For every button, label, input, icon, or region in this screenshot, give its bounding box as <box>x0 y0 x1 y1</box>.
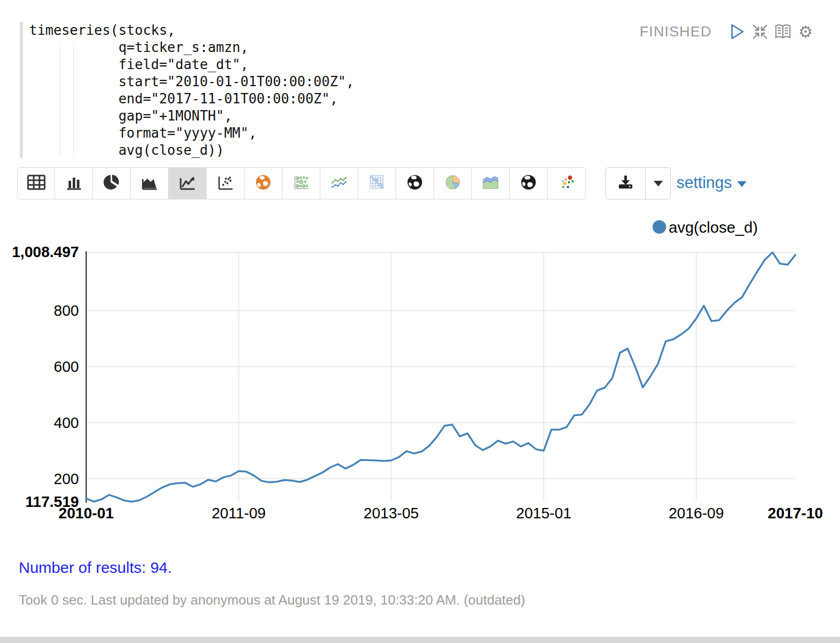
code-editor[interactable]: timeseries(stocks, q=ticker_s:amzn, fiel… <box>29 22 354 159</box>
svg-text:2011-09: 2011-09 <box>212 505 266 521</box>
chevron-down-icon <box>654 181 663 186</box>
heatmap-icon <box>369 174 385 193</box>
area-pastel-icon <box>482 174 499 193</box>
settings-label: settings <box>676 173 732 192</box>
colored-scatter-icon <box>558 174 575 193</box>
chart-type-bubble-button[interactable] <box>282 167 320 199</box>
chart-type-toolbar <box>17 167 586 199</box>
scatter-icon <box>216 174 234 193</box>
svg-text:2013-05: 2013-05 <box>363 505 418 521</box>
bar-icon <box>65 174 83 193</box>
svg-text:2010-01: 2010-01 <box>59 505 114 521</box>
chart-type-bar-button[interactable] <box>55 167 93 199</box>
settings-toggle[interactable]: settings <box>676 173 747 192</box>
chevron-down-icon <box>737 181 747 187</box>
area-icon <box>141 174 158 193</box>
page-bottom-divider <box>0 637 840 643</box>
globe-orange-icon <box>255 174 272 193</box>
svg-text:2017-10: 2017-10 <box>768 505 823 521</box>
chart-type-heatmap-button[interactable] <box>358 167 396 199</box>
chart-type-scatter-button[interactable] <box>207 167 245 199</box>
chart-type-multiline-button[interactable] <box>320 167 358 199</box>
chart-type-globe-dark-2-button[interactable] <box>510 167 548 199</box>
paragraph-controls: FINISHED ⚙ <box>640 23 815 41</box>
chart-type-pie-pastel-button[interactable] <box>434 167 472 199</box>
chart-type-colored-scatter-button[interactable] <box>548 167 586 199</box>
multiline-icon <box>330 174 348 193</box>
status-badge: FINISHED <box>640 23 712 40</box>
results-count-text: Number of results: 94. <box>19 559 172 577</box>
line-icon <box>179 174 196 193</box>
play-icon[interactable] <box>728 23 746 41</box>
chart-type-area-button[interactable] <box>131 167 169 199</box>
gear-icon[interactable]: ⚙ <box>797 23 815 41</box>
chart-type-globe-dark-1-button[interactable] <box>396 167 434 199</box>
download-button[interactable] <box>605 167 646 199</box>
svg-text:2015-01: 2015-01 <box>516 505 571 521</box>
legend-item[interactable]: avg(close_d) <box>653 219 758 236</box>
editor-gutter-bar <box>20 22 23 158</box>
chart-type-globe-orange-button[interactable] <box>245 167 282 199</box>
paragraph-status-text: Took 0 sec. Last updated by anonymous at… <box>19 592 525 608</box>
download-split-button <box>605 167 671 199</box>
collapse-icon[interactable] <box>751 23 769 41</box>
globe-dark-2-icon <box>520 174 537 193</box>
table-icon <box>27 175 46 192</box>
svg-text:400: 400 <box>54 414 79 431</box>
globe-dark-1-icon <box>407 174 423 193</box>
svg-text:avg(close_d): avg(close_d) <box>669 219 758 236</box>
chart-type-table-button[interactable] <box>17 167 55 199</box>
svg-text:600: 600 <box>54 358 79 375</box>
svg-text:2016-09: 2016-09 <box>669 505 724 521</box>
pie-icon <box>103 174 120 193</box>
chart-type-pie-button[interactable] <box>93 167 131 199</box>
book-icon[interactable] <box>774 23 792 41</box>
svg-text:200: 200 <box>54 471 79 487</box>
line-chart: 1,008.497800600400200117.5192010-012011-… <box>0 218 840 530</box>
download-icon <box>617 174 634 193</box>
chart-type-line-button[interactable] <box>169 167 207 199</box>
svg-text:800: 800 <box>54 302 79 319</box>
bubble-icon <box>292 174 310 193</box>
svg-text:1,008.497: 1,008.497 <box>12 244 79 260</box>
pie-pastel-icon <box>444 174 461 193</box>
chart-type-area-pastel-button[interactable] <box>472 167 510 199</box>
download-options-button[interactable] <box>646 167 671 199</box>
